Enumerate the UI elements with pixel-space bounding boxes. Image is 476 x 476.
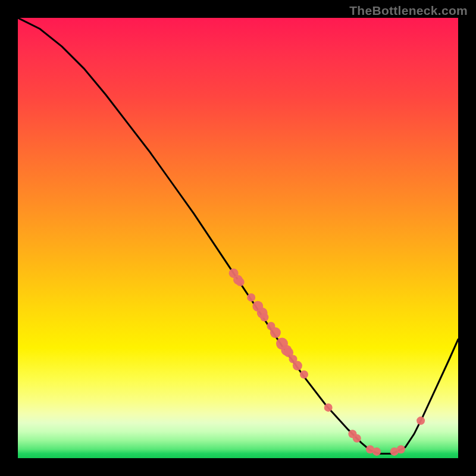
plot-area bbox=[18, 18, 458, 458]
marker-dot bbox=[247, 293, 255, 302]
marker-dot bbox=[353, 434, 361, 443]
marker-dot bbox=[372, 447, 381, 456]
marker-dot bbox=[260, 313, 268, 321]
watermark-text: TheBottleneck.com bbox=[349, 4, 468, 18]
marker-dot bbox=[324, 403, 333, 412]
marker-group bbox=[229, 268, 425, 456]
marker-dot bbox=[270, 327, 281, 338]
marker-dot bbox=[293, 361, 302, 371]
marker-dot bbox=[300, 370, 308, 378]
marker-dot bbox=[416, 416, 425, 425]
marker-dot bbox=[397, 445, 405, 453]
outer-frame: TheBottleneck.com bbox=[0, 0, 476, 476]
chart-svg bbox=[18, 18, 458, 458]
bottleneck-curve bbox=[18, 18, 458, 454]
marker-dot bbox=[236, 278, 245, 286]
